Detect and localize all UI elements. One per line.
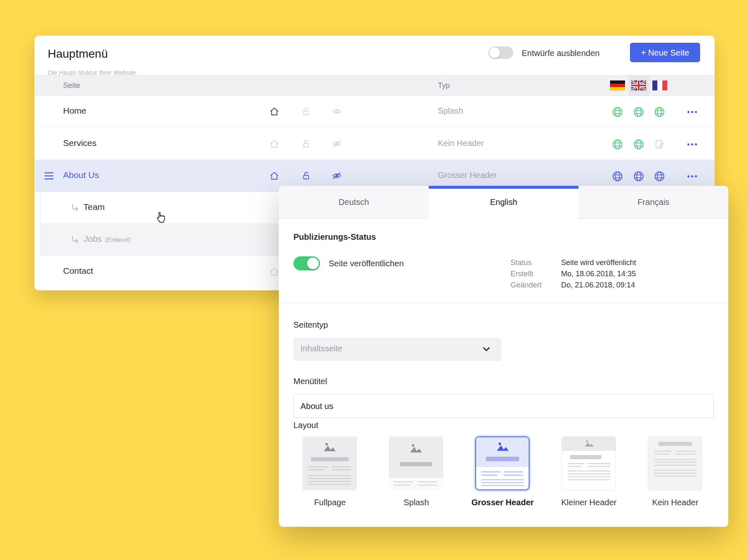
toggle-knob bbox=[489, 47, 500, 58]
meta-label: Status bbox=[510, 257, 561, 268]
meta-row-modified: GeändertDo, 21.06.2018, 09:14 bbox=[510, 280, 636, 291]
page-name: Jobs(Entwurf) bbox=[83, 234, 130, 244]
published-globe-en-icon[interactable] bbox=[633, 106, 644, 118]
page-type: Splash bbox=[438, 106, 463, 116]
published-globe-de-icon[interactable] bbox=[612, 139, 623, 150]
draft-document-icon[interactable] bbox=[654, 139, 665, 150]
page-name: Team bbox=[83, 202, 105, 212]
layout-label-fullpage: Fullpage bbox=[287, 498, 373, 507]
toggle-knob bbox=[307, 258, 319, 269]
child-arrow-icon bbox=[70, 203, 80, 213]
page-name: Home bbox=[63, 106, 86, 116]
layout-thumb-splash[interactable] bbox=[389, 436, 443, 490]
layout-label-splash: Splash bbox=[373, 498, 459, 507]
draft-suffix: (Entwurf) bbox=[105, 236, 130, 243]
meta-value: Mo, 18.06.2018, 14:35 bbox=[561, 270, 636, 278]
page-type: Grosser Header bbox=[438, 170, 497, 180]
table-row-services[interactable]: Services Kein Header bbox=[34, 128, 715, 160]
layout-thumb-grosser-header[interactable] bbox=[475, 436, 530, 490]
drag-handle-icon[interactable] bbox=[44, 172, 54, 180]
french-flag-icon bbox=[652, 80, 667, 91]
publish-status-title: Publizierungs-Status bbox=[293, 232, 376, 242]
column-header-typ: Typ bbox=[438, 81, 450, 90]
publish-toggle[interactable] bbox=[293, 256, 320, 270]
unlock-icon[interactable] bbox=[301, 170, 312, 181]
page-type-value: Inhaltsseite bbox=[300, 344, 342, 353]
published-globe-en-icon[interactable] bbox=[633, 170, 644, 182]
layout-thumb-kleiner-header[interactable] bbox=[561, 436, 616, 490]
table-row-home[interactable]: Home Splash bbox=[34, 96, 715, 128]
published-globe-en-icon[interactable] bbox=[633, 139, 644, 150]
layout-label: Layout bbox=[293, 421, 318, 430]
more-actions-icon[interactable] bbox=[685, 108, 699, 116]
meta-row-created: ErstelltMo, 18.06.2018, 14:35 bbox=[510, 268, 636, 280]
layout-label-grosser-header: Grosser Header bbox=[459, 498, 546, 507]
page-type-label: Seitentyp bbox=[293, 320, 328, 330]
home-icon[interactable] bbox=[269, 170, 280, 181]
published-globe-de-icon[interactable] bbox=[612, 106, 623, 118]
page-name: Contact bbox=[63, 266, 93, 276]
meta-value: Seite wird veröffenlicht bbox=[561, 258, 636, 267]
eye-off-icon[interactable] bbox=[332, 170, 342, 181]
new-page-button[interactable]: + Neue Seite bbox=[630, 43, 700, 62]
page-name: Services bbox=[63, 138, 97, 148]
layout-label-kein-header: Kein Header bbox=[632, 498, 718, 507]
tab-english[interactable]: English bbox=[429, 186, 579, 219]
published-globe-fr-icon[interactable] bbox=[654, 106, 665, 118]
chevron-down-icon bbox=[481, 344, 491, 354]
page-type-select[interactable]: Inhaltsseite bbox=[293, 338, 501, 361]
unlock-icon[interactable] bbox=[301, 139, 312, 149]
more-actions-icon[interactable] bbox=[685, 141, 699, 148]
meta-row-status: StatusSeite wird veröffenlicht bbox=[510, 257, 636, 268]
published-globe-fr-icon[interactable] bbox=[654, 170, 665, 182]
mouse-cursor-hand-icon bbox=[154, 210, 169, 226]
language-tabs: Deutsch English Français bbox=[279, 186, 728, 219]
eye-off-icon[interactable] bbox=[332, 139, 342, 149]
home-icon[interactable] bbox=[269, 106, 280, 117]
layout-label-kleiner-header: Kleiner Header bbox=[546, 498, 632, 507]
page-type: Kein Header bbox=[438, 139, 484, 148]
home-icon[interactable] bbox=[269, 139, 280, 149]
publish-meta: StatusSeite wird veröffenlicht ErstelltM… bbox=[510, 257, 636, 291]
unlock-icon[interactable] bbox=[301, 106, 312, 117]
layout-thumb-kein-header[interactable] bbox=[648, 436, 702, 490]
publish-toggle-label: Seite veröffentlichen bbox=[329, 258, 404, 269]
page-name: About Us bbox=[63, 170, 99, 180]
eye-icon[interactable] bbox=[332, 106, 342, 117]
meta-label: Erstellt bbox=[510, 268, 561, 280]
page-title: Hauptmenü bbox=[48, 47, 108, 61]
meta-value: Do, 21.06.2018, 09:14 bbox=[561, 281, 635, 289]
home-icon[interactable] bbox=[269, 266, 280, 277]
more-actions-icon[interactable] bbox=[685, 173, 699, 180]
menu-title-input[interactable] bbox=[293, 394, 714, 418]
page-detail-panel: Deutsch English Français Publizierungs-S… bbox=[279, 186, 728, 527]
tab-francais[interactable]: Français bbox=[579, 186, 728, 219]
meta-label: Geändert bbox=[510, 280, 561, 291]
german-flag-icon bbox=[610, 80, 625, 91]
child-arrow-icon bbox=[70, 235, 80, 245]
hide-drafts-toggle[interactable] bbox=[488, 46, 513, 59]
table-header: Seite Typ bbox=[34, 75, 715, 96]
column-header-seite: Seite bbox=[63, 81, 80, 90]
hide-drafts-label: Entwürfe ausblenden bbox=[522, 47, 600, 59]
layout-thumb-fullpage[interactable] bbox=[303, 436, 357, 490]
published-globe-de-icon[interactable] bbox=[612, 170, 623, 182]
screen: Hauptmenü Die Haupt-Stuktur Ihrer Websit… bbox=[0, 0, 747, 560]
tab-deutsch[interactable]: Deutsch bbox=[279, 186, 429, 219]
section-divider bbox=[279, 303, 728, 303]
menu-title-label: Menütitel bbox=[293, 377, 327, 386]
